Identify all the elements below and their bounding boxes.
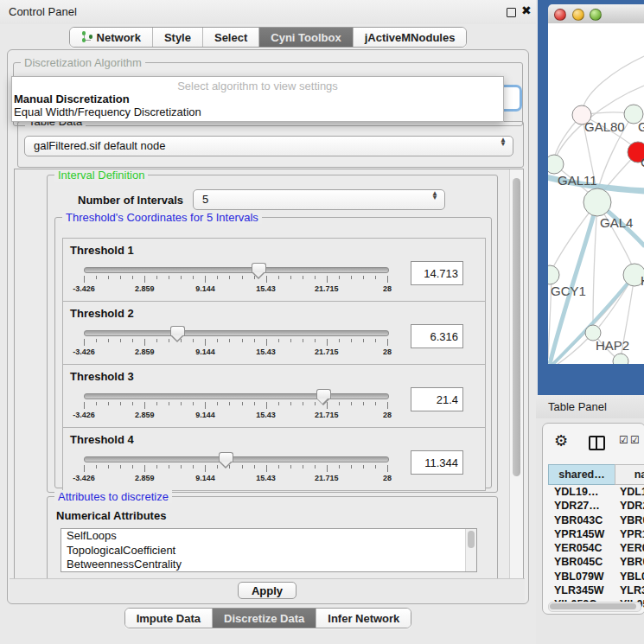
tab-discretize-data[interactable]: Discretize Data (213, 609, 316, 628)
table-row[interactable]: YBR045CYBR045C (548, 555, 644, 569)
tab-cyni-toolbox[interactable]: Cyni Toolbox (259, 28, 353, 47)
cyni-toolbox-panel: Discretization Algorithm Select algorith… (7, 49, 529, 604)
tab-label: Impute Data (137, 612, 201, 625)
node-bottom-partial[interactable] (613, 354, 628, 364)
slider-thumb[interactable] (219, 452, 233, 462)
node-gal11[interactable] (548, 155, 564, 174)
split-columns-icon[interactable] (589, 436, 605, 450)
threshold-2-slider[interactable]: -3.4262.8599.14415.4321.71528 (63, 326, 409, 362)
attribute-list-item[interactable]: SelfLoops (61, 529, 476, 544)
zoom-traffic-light-icon[interactable] (590, 9, 602, 21)
algorithm-option-manual[interactable]: Manual Discretization (14, 92, 130, 105)
table-data-combo[interactable]: galFiltered.sif default node ▲▼ (24, 136, 513, 156)
number-of-intervals-label: Number of Intervals (78, 194, 183, 207)
slider-track[interactable] (84, 393, 389, 399)
table-row[interactable]: YER054CYER054C (548, 541, 644, 555)
table-cell[interactable]: YDR27… (614, 499, 644, 513)
table-row[interactable]: YDR27…YDR27… (548, 499, 644, 513)
table-cell[interactable]: YBR045C (614, 555, 644, 569)
network-canvas[interactable]: GAL80 GA C GAL11 GAL4 GCY1 H HAP2 (548, 23, 644, 364)
scrollbar-thumb[interactable] (513, 178, 520, 476)
tab-select[interactable]: Select (203, 28, 259, 47)
control-panel-titlebar: Control Panel ✖ (0, 0, 536, 24)
table-cell[interactable]: YDL19… (614, 485, 644, 499)
table-cell[interactable]: YPR145W (548, 527, 614, 541)
threshold-1-slider[interactable]: -3.4262.8599.14415.4321.71528 (63, 263, 409, 299)
group-title: Discretization Algorithm (21, 56, 145, 69)
settings-scrollbar[interactable] (509, 169, 523, 579)
table-cell[interactable]: YPR145W (614, 527, 644, 541)
table-cell[interactable]: YER054C (548, 541, 614, 555)
numerical-attributes-list[interactable]: SelfLoopsTopologicalCoefficientBetweenne… (61, 528, 477, 572)
close-traffic-light-icon[interactable] (554, 9, 566, 21)
algorithm-option-equal-width[interactable]: Equal Width/Frequency Discretization (14, 105, 201, 118)
checkbox-icon[interactable]: ☑ (630, 434, 640, 446)
table-cell[interactable]: YLR345W (614, 583, 644, 597)
threshold-1-panel: Threshold 1-3.4262.8599.14415.4321.71528 (62, 238, 486, 302)
tab-style[interactable]: Style (153, 28, 203, 47)
slider-ticks (84, 402, 387, 410)
group-title: Attributes to discretize (54, 490, 172, 503)
table-cell[interactable]: YBL079W (548, 570, 614, 583)
threshold-3-slider[interactable]: -3.4262.8599.14415.4321.71528 (63, 389, 409, 425)
attribute-list-item[interactable]: TopologicalCoefficient (61, 544, 476, 558)
table-cell[interactable]: YDL19… (548, 485, 614, 499)
network-icon (81, 31, 92, 43)
close-icon[interactable]: ✖ (521, 3, 532, 17)
table-cell[interactable]: YER054C (614, 541, 644, 555)
list-scrollbar[interactable] (465, 529, 476, 571)
control-panel-window: Control Panel ✖ NetworkStyleSelectCyni T… (0, 0, 536, 644)
node-gal4[interactable] (583, 188, 611, 216)
tab-infer-network[interactable]: Infer Network (316, 609, 411, 628)
threshold-4-value-input[interactable] (411, 450, 463, 475)
threshold-2-value-input[interactable] (411, 324, 463, 348)
threshold-label: Threshold 1 (70, 244, 134, 257)
table-row[interactable]: YDL19…YDL19… (548, 485, 644, 499)
slider-thumb[interactable] (316, 389, 331, 399)
slider-track[interactable] (84, 267, 389, 273)
threshold-3-value-input[interactable] (411, 387, 463, 411)
slider-track[interactable] (84, 330, 389, 336)
slider-thumb[interactable] (252, 263, 266, 272)
table-header-row: shared… name (548, 464, 644, 485)
horizontal-scrollbar[interactable] (548, 602, 641, 612)
table-panel: ⚙ ☑ ☑ shared… name YDL19…YDL19…YDR27…YDR… (542, 423, 644, 615)
network-window-titlebar (548, 4, 644, 24)
screen: Control Panel ✖ NetworkStyleSelectCyni T… (0, 0, 644, 644)
scrollbar-thumb[interactable] (550, 603, 636, 609)
apply-button[interactable]: Apply (238, 582, 296, 599)
table-cell[interactable]: YBL079W (614, 570, 644, 583)
tab-label: Style (164, 31, 191, 44)
table-data-combo-value: galFiltered.sif default node (34, 139, 165, 152)
table-cell[interactable]: YBR043C (548, 513, 614, 527)
node-label-partial: C (641, 155, 644, 169)
minimize-traffic-light-icon[interactable] (572, 9, 584, 21)
gear-icon[interactable]: ⚙ (554, 431, 568, 450)
tab-jactivemnodules[interactable]: jActiveMNodules (354, 28, 467, 47)
column-header-shared[interactable]: shared… (548, 464, 615, 485)
table-cell[interactable]: YBR043C (614, 513, 644, 527)
table-cell[interactable]: YDR27… (548, 499, 614, 513)
table-row[interactable]: YBL079WYBL079W (548, 570, 644, 583)
number-of-intervals-spinner[interactable]: 5 ▲▼ (193, 189, 445, 210)
table-row[interactable]: YLR345WYLR345W (548, 583, 644, 597)
slider-thumb[interactable] (170, 326, 185, 335)
node-gcy1[interactable] (548, 265, 559, 284)
table-cell[interactable]: YBR045C (548, 555, 614, 569)
table-row[interactable]: YBR043CYBR043C (548, 513, 644, 527)
table-row[interactable]: YPR145WYPR145W (548, 527, 644, 541)
tab-impute-data[interactable]: Impute Data (125, 609, 213, 628)
threshold-4-slider[interactable]: -3.4262.8599.14415.4321.71528 (63, 452, 409, 488)
slider-track[interactable] (84, 456, 389, 462)
float-window-icon[interactable] (507, 8, 516, 17)
group-title: Interval Definition (54, 169, 148, 182)
column-header-name[interactable]: name (615, 464, 644, 485)
checkbox-icon[interactable]: ☑ (619, 434, 628, 446)
threshold-1-value-input[interactable] (411, 261, 463, 285)
table-cell[interactable]: YLR345W (548, 583, 614, 597)
node-label: GCY1 (551, 284, 586, 298)
numerical-attributes-label: Numerical Attributes (56, 509, 166, 522)
attribute-list-item[interactable]: BetweennessCentrality (61, 558, 476, 572)
tab-label: Cyni Toolbox (271, 31, 341, 44)
tab-network[interactable]: Network (70, 28, 153, 47)
